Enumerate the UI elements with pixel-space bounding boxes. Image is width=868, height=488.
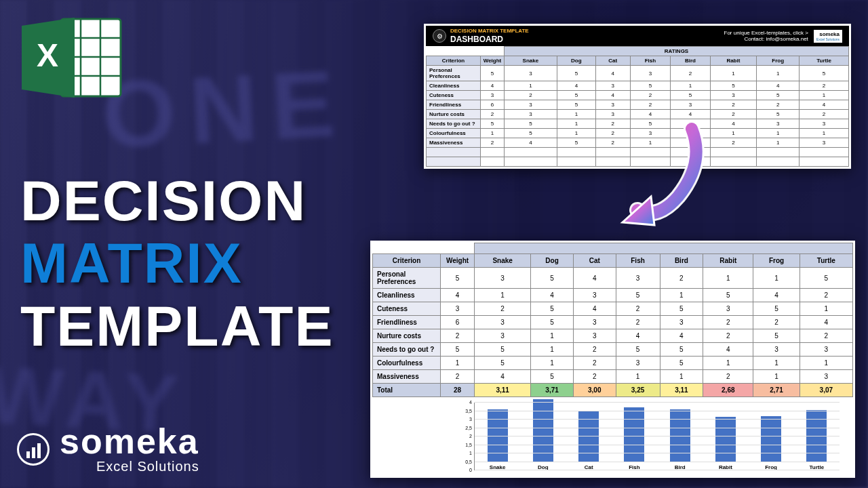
someka-logo: someka Excel Solutions [17, 424, 199, 474]
chart-bar-wrap: Rabit [703, 417, 748, 470]
chart-y-label: 4 [461, 400, 472, 405]
chart-gridline: 2 [475, 436, 840, 436]
col-criterion: Criterion [427, 56, 481, 66]
ratings-header-small: RATINGS [504, 46, 849, 56]
contact-text: Contact: info@someka.net [724, 36, 808, 42]
svg-text:X: X [37, 37, 58, 73]
col-option-2: Cat [573, 254, 616, 268]
title-line-1: DECISION [20, 169, 334, 232]
screenshot-result-panel: CriterionWeightSnakeDogCatFishBirdRabitF… [370, 241, 855, 478]
chart-container: SnakeDogCatFishBirdRabitFrogTurtle 00,51… [372, 397, 853, 476]
col-option-5: Rabit [703, 254, 753, 268]
table-row: Nurture costs231344252 [373, 329, 853, 343]
chart-bar [715, 417, 736, 462]
col-weight: Weight [441, 254, 475, 268]
chart-y-label: 1,5 [461, 443, 472, 447]
table-row: Cleanliness414351542 [427, 81, 849, 91]
template-name: DECISION MATRIX TEMPLATE [450, 28, 529, 34]
logo-circle-icon [17, 433, 50, 466]
chart-gridline: 4 [475, 402, 840, 403]
chart-y-label: 0 [461, 468, 472, 472]
col-option-7: Turtle [800, 254, 852, 268]
chart-gridline: 3,5 [475, 411, 840, 411]
col-weight: Weight [481, 56, 505, 66]
panel-header: ⚙ DECISION MATRIX TEMPLATE DASHBOARD For… [426, 26, 849, 46]
total-row: Total283,113,713,003,253,112,682,713,07 [373, 384, 853, 397]
col-option-2: Cat [596, 56, 631, 66]
arrow-icon [610, 122, 712, 237]
table-row: Cuteness325425351 [373, 302, 853, 316]
dashboard-label: DASHBOARD [450, 35, 529, 44]
table-row: Friendliness635323224 [427, 100, 849, 110]
table-row: Needs to go out ?551255433 [373, 343, 853, 357]
col-option-5: Rabit [710, 56, 757, 66]
table-row: Colourfulness151235111 [373, 357, 853, 370]
col-option-4: Bird [660, 254, 703, 268]
chart-bar [761, 416, 781, 462]
table-row: Massiveness245211213 [373, 370, 853, 384]
table-row: Nurture costs231344252 [427, 110, 849, 119]
col-option-6: Frog [753, 254, 800, 268]
col-option-0: Snake [475, 254, 531, 268]
chart-y-label: 2,5 [461, 426, 472, 430]
table-row: Personal Preferences535432115 [373, 268, 853, 289]
chart-y-label: 1 [461, 451, 472, 455]
chart-y-label: 0,5 [461, 460, 472, 464]
result-table: CriterionWeightSnakeDogCatFishBirdRabitF… [372, 253, 853, 397]
title-line-2: MATRIX [20, 232, 334, 294]
col-option-1: Dog [557, 56, 595, 66]
chart-gridline: 2,5 [475, 428, 840, 428]
col-option-0: Snake [505, 56, 557, 66]
chart-gridline: 0,5 [475, 462, 840, 462]
table-row: Personal Preferences535432115 [427, 66, 849, 81]
title-line-3: TEMPLATE [20, 295, 334, 357]
main-title: DECISION MATRIX TEMPLATE [20, 169, 334, 357]
chart-bar-wrap: Frog [749, 416, 794, 470]
table-row: Cleanliness414351542 [373, 289, 853, 302]
col-option-3: Fish [616, 254, 660, 268]
chart-gridline: 1,5 [475, 445, 840, 445]
table-row: Friendliness635323224 [373, 316, 853, 329]
col-option-1: Dog [531, 254, 574, 268]
logo-sub-text: Excel Solutions [60, 459, 199, 474]
col-option-6: Frog [757, 56, 800, 66]
chart-gridline: 0 [475, 470, 840, 470]
gear-icon: ⚙ [433, 29, 446, 43]
col-criterion: Criterion [373, 254, 441, 268]
someka-badge: someka Excel Solutions [814, 30, 842, 43]
logo-brand-text: someka [60, 424, 199, 459]
chart-bar [624, 407, 644, 462]
chart-y-label: 3,5 [461, 409, 472, 413]
chart-y-label: 2 [461, 434, 472, 439]
background-sign-one: ONE [99, 48, 351, 171]
promo-text: For unique Excel-templates, click > [724, 30, 808, 36]
chart-gridline: 1 [475, 453, 840, 453]
table-row: Cuteness325425351 [427, 91, 849, 100]
ratings-header-large [474, 243, 853, 253]
chart-y-label: 3 [461, 417, 472, 422]
chart-gridline: 3 [475, 419, 840, 420]
col-option-7: Turtle [800, 56, 849, 66]
col-option-4: Bird [671, 56, 710, 66]
col-option-3: Fish [630, 56, 671, 66]
svg-marker-8 [623, 197, 654, 225]
excel-icon: X [20, 14, 122, 102]
